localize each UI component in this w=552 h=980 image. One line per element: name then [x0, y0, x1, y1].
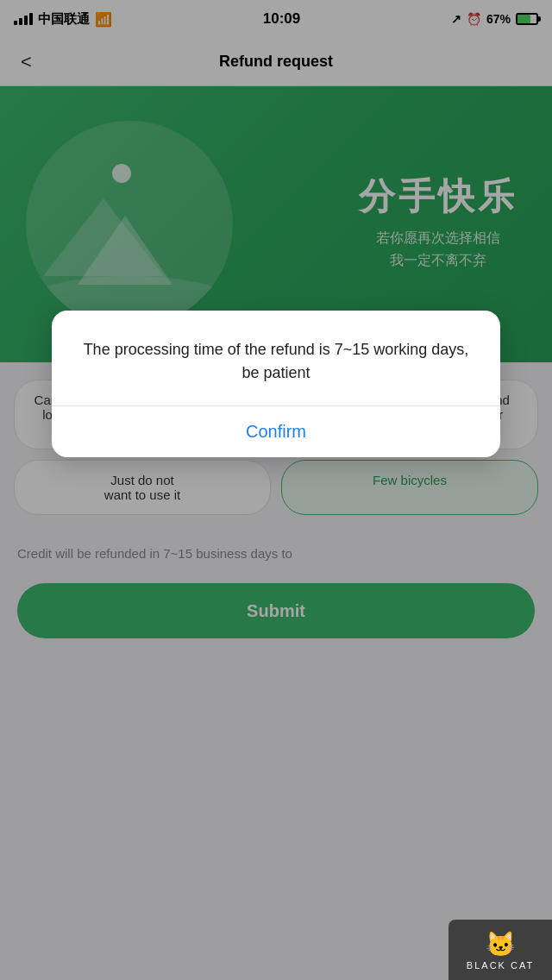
dialog: The processing time of the refund is 7~1…: [52, 311, 500, 457]
confirm-button[interactable]: Confirm: [52, 406, 500, 457]
black-cat-icon: 🐱: [486, 930, 516, 958]
dialog-body: The processing time of the refund is 7~1…: [52, 311, 500, 405]
overlay: The processing time of the refund is 7~1…: [0, 0, 552, 980]
watermark: 🐱 BLACK CAT: [448, 920, 552, 980]
dialog-message: The processing time of the refund is 7~1…: [83, 338, 469, 385]
watermark-text: BLACK CAT: [467, 960, 534, 971]
